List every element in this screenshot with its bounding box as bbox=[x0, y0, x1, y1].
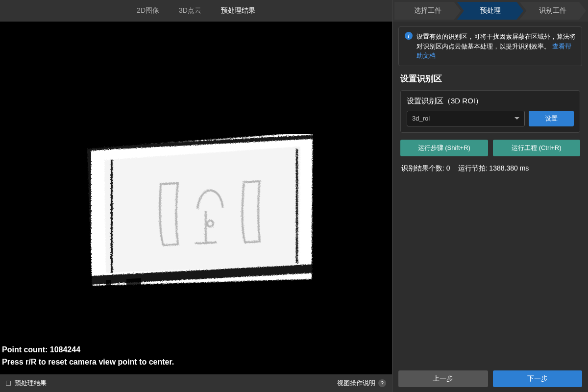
result-text: 识别结果个数: 0 运行节拍: 1388.380 ms bbox=[400, 164, 580, 173]
step-nav: 选择工件 预处理 识别工件 bbox=[392, 0, 588, 22]
tab-2d-image[interactable]: 2D图像 bbox=[133, 4, 163, 17]
footer-nav: 上一步 下一步 bbox=[392, 366, 588, 392]
result-count: 识别结果个数: 0 bbox=[401, 164, 450, 173]
svg-marker-1 bbox=[104, 147, 300, 276]
view-help-label[interactable]: 视图操作说明 bbox=[337, 379, 375, 388]
help-icon[interactable]: ? bbox=[378, 379, 386, 387]
svg-rect-11 bbox=[106, 280, 111, 286]
next-button[interactable]: 下一步 bbox=[493, 370, 583, 387]
status-label: 预处理结果 bbox=[15, 379, 47, 388]
roi-select[interactable]: 3d_roi bbox=[407, 111, 525, 126]
roi-section: 设置识别区 设置识别区（3D ROI） 3d_roi 设置 运行步骤 (Shif… bbox=[392, 71, 588, 179]
status-bar: 预处理结果 视图操作说明 ? bbox=[0, 374, 392, 392]
info-text-wrap: 设置有效的识别区，可将干扰因素屏蔽在区域外，算法将对识别区内点云做基本处理，以提… bbox=[416, 32, 576, 61]
run-project-button[interactable]: 运行工程 (Ctrl+R) bbox=[493, 140, 581, 156]
chevron-down-icon bbox=[514, 117, 519, 120]
step-recognize[interactable]: 识别工件 bbox=[519, 2, 586, 20]
roi-panel-title: 设置识别区（3D ROI） bbox=[407, 97, 574, 106]
sidebar: 选择工件 预处理 识别工件 i 设置有效的识别区，可将干扰因素屏蔽在区域外，算法… bbox=[392, 0, 588, 392]
tab-bar: 2D图像 3D点云 预处理结果 bbox=[0, 0, 392, 22]
roi-panel: 设置识别区（3D ROI） 3d_roi 设置 bbox=[400, 90, 580, 133]
info-icon: i bbox=[405, 32, 413, 40]
svg-rect-9 bbox=[85, 261, 91, 270]
set-roi-button[interactable]: 设置 bbox=[529, 111, 574, 126]
sidebar-fill bbox=[392, 179, 588, 366]
run-time: 运行节拍: 1388.380 ms bbox=[458, 164, 529, 173]
viewport-overlay: Point count: 1084244 Press r/R to reset … bbox=[2, 343, 174, 368]
section-title: 设置识别区 bbox=[400, 73, 580, 84]
run-step-button[interactable]: 运行步骤 (Shift+R) bbox=[400, 140, 488, 156]
svg-rect-8 bbox=[296, 148, 298, 263]
point-count-label: Point count: 1084244 bbox=[2, 343, 174, 356]
viewport[interactable]: Point count: 1084244 Press r/R to reset … bbox=[0, 22, 392, 374]
main-panel: 2D图像 3D点云 预处理结果 bbox=[0, 0, 392, 392]
svg-rect-12 bbox=[126, 278, 141, 287]
info-banner: i 设置有效的识别区，可将干扰因素屏蔽在区域外，算法将对识别区内点云做基本处理，… bbox=[398, 26, 582, 66]
step-select[interactable]: 选择工件 bbox=[394, 2, 461, 20]
tab-3d-points[interactable]: 3D点云 bbox=[175, 4, 205, 17]
svg-rect-7 bbox=[111, 159, 113, 273]
prev-button[interactable]: 上一步 bbox=[398, 370, 488, 387]
roi-selected-value: 3d_roi bbox=[412, 115, 430, 122]
tab-preprocess-result[interactable]: 预处理结果 bbox=[217, 4, 259, 17]
status-checkbox[interactable] bbox=[6, 381, 11, 386]
step-preprocess[interactable]: 预处理 bbox=[457, 2, 524, 20]
svg-rect-10 bbox=[83, 272, 88, 278]
reset-hint: Press r/R to reset camera view point to … bbox=[2, 356, 174, 368]
pointcloud-preview bbox=[82, 134, 318, 301]
svg-line-2 bbox=[195, 243, 217, 244]
